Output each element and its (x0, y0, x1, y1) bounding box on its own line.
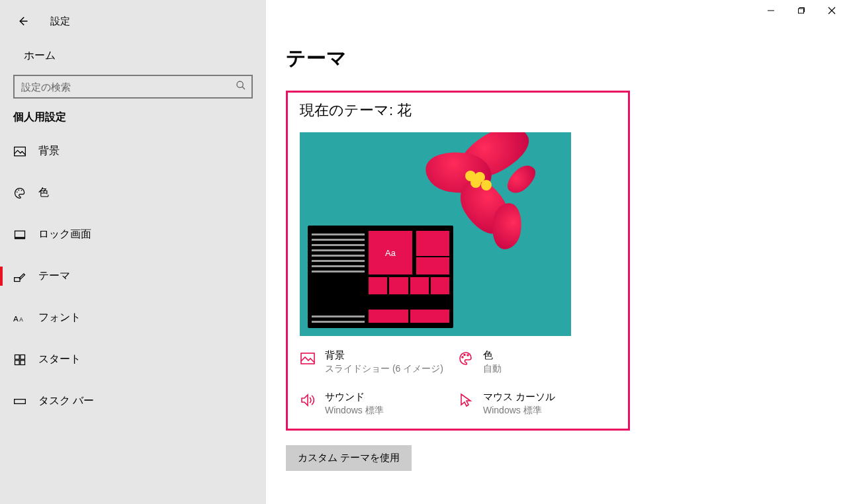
theme-preview: Aa (300, 132, 571, 336)
option-color[interactable]: 色 自動 (458, 349, 616, 375)
nav-label: フォント (38, 311, 81, 325)
svg-text:A: A (13, 314, 19, 323)
search-icon (236, 80, 246, 93)
svg-rect-12 (15, 360, 20, 364)
svg-rect-11 (21, 355, 25, 359)
sidebar: 設定 ホーム 個人用設定 背景 色 ロック画面 (0, 0, 266, 504)
option-title: サウンド (325, 391, 384, 403)
svg-rect-13 (21, 360, 25, 364)
svg-point-19 (467, 355, 468, 356)
option-subtitle: Windows 標準 (483, 405, 555, 417)
section-label: 個人用設定 (0, 110, 266, 136)
image-icon (13, 145, 26, 158)
arrow-left-icon (17, 15, 28, 27)
minimize-icon (767, 7, 775, 15)
sidebar-header: 設定 (0, 7, 266, 42)
option-background[interactable]: 背景 スライドショー (6 イメージ) (300, 349, 458, 375)
option-title: マウス カーソル (483, 391, 555, 403)
nav-start[interactable]: スタート (0, 345, 266, 374)
back-button[interactable] (13, 12, 32, 30)
maximize-icon (797, 7, 805, 15)
nav-themes[interactable]: テーマ (0, 261, 266, 291)
taskbar-icon (13, 395, 26, 408)
close-button[interactable] (817, 0, 847, 21)
search-box (13, 75, 253, 99)
nav-taskbar[interactable]: タスク バー (0, 386, 266, 416)
image-icon (300, 351, 316, 366)
cursor-icon (458, 392, 474, 408)
search-input[interactable] (13, 75, 253, 99)
nav-label: タスク バー (38, 394, 94, 408)
svg-rect-10 (15, 355, 20, 359)
option-subtitle: 自動 (483, 363, 502, 375)
pencil-icon (13, 270, 26, 283)
nav-label: ロック画面 (38, 228, 91, 241)
svg-point-2 (17, 191, 18, 192)
svg-text:A: A (19, 316, 23, 323)
custom-theme-button[interactable]: カスタム テーマを使用 (286, 445, 412, 471)
home-label: ホーム (24, 49, 56, 63)
nav-label: 背景 (38, 144, 60, 158)
start-icon (13, 353, 26, 366)
maximize-button[interactable] (786, 0, 817, 21)
nav-label: スタート (38, 353, 81, 366)
svg-point-17 (462, 357, 463, 358)
palette-icon (13, 187, 26, 200)
option-sound[interactable]: サウンド Windows 標準 (300, 391, 458, 417)
font-icon: AA (13, 312, 26, 325)
option-title: 色 (483, 349, 502, 362)
svg-rect-15 (799, 9, 804, 13)
option-title: 背景 (325, 349, 443, 362)
home-nav[interactable]: ホーム (0, 42, 266, 75)
option-subtitle: Windows 標準 (325, 405, 384, 417)
lockscreen-icon (13, 228, 26, 241)
svg-rect-6 (15, 237, 25, 239)
main-content: テーマ 現在のテーマ: 花 Aa (266, 0, 847, 504)
nav-label: 色 (38, 186, 49, 200)
nav-lockscreen[interactable]: ロック画面 (0, 220, 266, 249)
svg-point-3 (19, 189, 20, 190)
window-controls (756, 0, 847, 21)
option-cursor[interactable]: マウス カーソル Windows 標準 (458, 391, 616, 417)
theme-options: 背景 スライドショー (6 イメージ) 色 自動 サウンド Windows (300, 349, 616, 417)
minimize-button[interactable] (756, 0, 786, 21)
page-title: テーマ (286, 45, 847, 72)
mini-desktop-preview: Aa (308, 226, 453, 328)
close-icon (828, 7, 836, 15)
svg-point-0 (237, 81, 243, 87)
preview-tile-text: Aa (369, 231, 412, 274)
palette-icon (458, 351, 474, 366)
current-theme-panel: 現在のテーマ: 花 Aa (286, 91, 630, 431)
svg-point-18 (464, 355, 465, 356)
svg-point-4 (21, 190, 22, 191)
nav-background[interactable]: 背景 (0, 136, 266, 166)
nav-fonts[interactable]: AA フォント (0, 303, 266, 333)
nav-label: テーマ (38, 269, 70, 283)
current-theme-label: 現在のテーマ: 花 (300, 101, 616, 120)
app-title: 設定 (50, 15, 70, 28)
svg-rect-14 (15, 399, 26, 403)
sound-icon (300, 392, 316, 408)
option-subtitle: スライドショー (6 イメージ) (325, 363, 443, 375)
nav-colors[interactable]: 色 (0, 178, 266, 208)
